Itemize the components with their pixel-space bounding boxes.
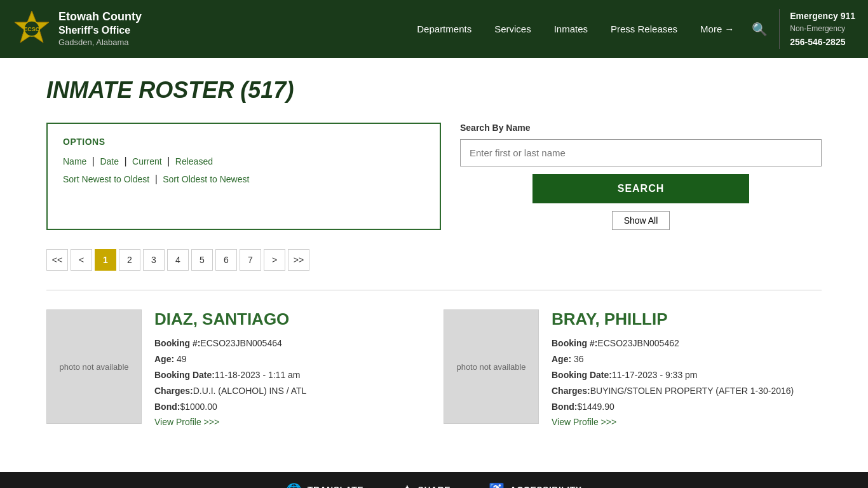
pagination-page-2[interactable]: 2	[119, 249, 140, 271]
sort-newest-link[interactable]: Sort Newest to Oldest	[63, 174, 149, 184]
filter-released-link[interactable]: Released	[175, 156, 213, 166]
pagination-next[interactable]: >	[264, 249, 285, 271]
inmate-card: photo not available DIAZ, SANTIAGO Booki…	[46, 309, 424, 428]
inmate-photo: photo not available	[444, 309, 539, 424]
inmate-name: BRAY, PHILLIP	[552, 309, 794, 329]
pagination-last[interactable]: >>	[288, 249, 309, 271]
translate-button[interactable]: 🌐 TRANSLATE	[286, 482, 363, 488]
pagination-page-6[interactable]: 6	[215, 249, 237, 271]
pagination-page-3[interactable]: 3	[143, 249, 165, 271]
nav-departments[interactable]: Departments	[405, 0, 483, 58]
options-box: OPTIONS Name | Date | Current | Released…	[46, 123, 441, 230]
inmate-info: BRAY, PHILLIP Booking #:ECSO23JBN005462 …	[552, 309, 794, 428]
inmate-name: DIAZ, SANTIAGO	[154, 309, 306, 329]
accessibility-icon: ♿	[489, 482, 505, 488]
pagination-page-7[interactable]: 7	[240, 249, 261, 271]
footer: 🌐 TRANSLATE ✦ SHARE ♿ ACCESSIBILITY	[0, 472, 868, 488]
pagination: << < 1 2 3 4 5 6 7 > >>	[46, 249, 822, 271]
inmate-info: DIAZ, SANTIAGO Booking #:ECSO23JBN005464…	[154, 309, 306, 428]
svg-text:ECSO: ECSO	[24, 26, 40, 32]
search-button[interactable]: SEARCH	[532, 174, 749, 203]
pagination-page-4[interactable]: 4	[167, 249, 189, 271]
share-icon: ✦	[402, 482, 413, 488]
search-heading: Search By Name	[460, 123, 822, 133]
divider	[46, 290, 822, 290]
search-icon-button[interactable]: 🔍	[745, 0, 774, 58]
main-nav: Departments Services Inmates Press Relea…	[405, 0, 774, 58]
search-box: Search By Name SEARCH Show All	[460, 123, 822, 230]
view-profile-link[interactable]: View Profile >>>	[552, 417, 616, 427]
search-input[interactable]	[460, 139, 822, 166]
inmate-photo: photo not available	[46, 309, 142, 424]
pagination-page-5[interactable]: 5	[191, 249, 213, 271]
show-all-button[interactable]: Show All	[612, 211, 670, 230]
pagination-prev[interactable]: <	[71, 249, 92, 271]
pagination-first[interactable]: <<	[46, 249, 68, 271]
nav-more[interactable]: More →	[689, 0, 745, 58]
filter-links: Name | Date | Current | Released	[63, 156, 424, 167]
badge-icon: ECSO	[13, 10, 51, 48]
nav-inmates[interactable]: Inmates	[543, 0, 599, 58]
view-profile-link[interactable]: View Profile >>>	[154, 417, 219, 427]
emergency-info: Emergency 911 Non-Emergency 256-546-2825	[779, 9, 855, 50]
options-heading: OPTIONS	[63, 137, 424, 147]
pagination-page-1[interactable]: 1	[95, 249, 116, 271]
filter-name-link[interactable]: Name	[63, 156, 86, 166]
nav-services[interactable]: Services	[483, 0, 543, 58]
accessibility-button[interactable]: ♿ ACCESSIBILITY	[489, 482, 582, 488]
share-button[interactable]: ✦ SHARE	[402, 482, 451, 488]
page-title: INMATE ROSTER (517)	[46, 77, 822, 104]
inmates-grid: photo not available DIAZ, SANTIAGO Booki…	[46, 309, 822, 428]
inmate-card: photo not available BRAY, PHILLIP Bookin…	[444, 309, 822, 428]
sort-links: Sort Newest to Oldest | Sort Oldest to N…	[63, 173, 424, 185]
nav-press-releases[interactable]: Press Releases	[599, 0, 689, 58]
translate-icon: 🌐	[286, 482, 302, 488]
logo[interactable]: ECSO Etowah County Sheriff's Office Gads…	[13, 10, 142, 48]
filter-date-link[interactable]: Date	[100, 156, 119, 166]
options-search-row: OPTIONS Name | Date | Current | Released…	[46, 123, 822, 230]
filter-current-link[interactable]: Current	[132, 156, 162, 166]
agency-title: Etowah County Sheriff's Office Gadsden, …	[58, 10, 142, 48]
sort-oldest-link[interactable]: Sort Oldest to Newest	[163, 174, 249, 184]
